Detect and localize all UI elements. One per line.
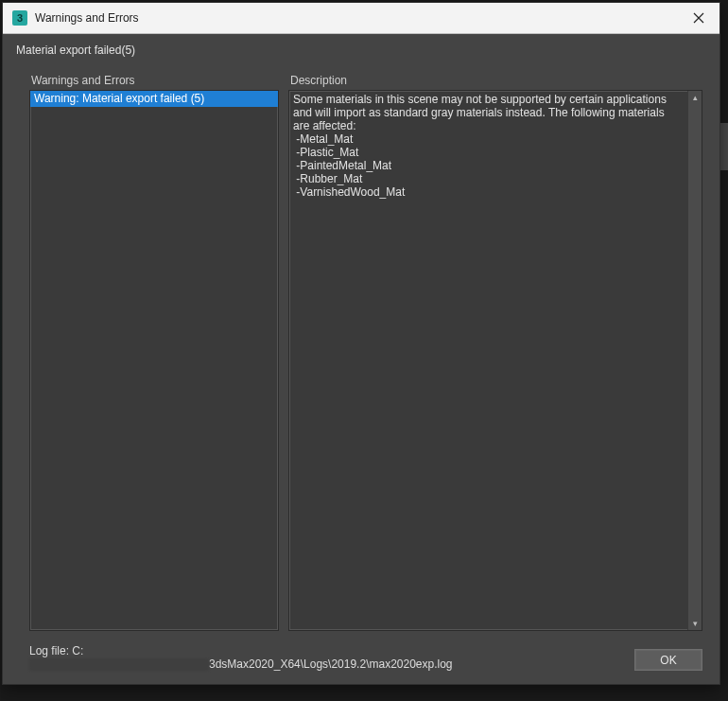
log-file-label: Log file: C: <box>29 644 625 657</box>
panels-row: Warnings and Errors Warning: Material ex… <box>3 61 719 635</box>
dialog-footer: Log file: C: 3dsMax2020_X64\Logs\2019.2\… <box>3 635 719 684</box>
close-icon <box>693 12 704 24</box>
warnings-panel: Warnings and Errors Warning: Material ex… <box>29 74 279 631</box>
description-scrollbar[interactable]: ▴ ▾ <box>687 91 702 630</box>
warnings-dialog: 3 Warnings and Errors Material export fa… <box>2 2 720 685</box>
description-panel-label: Description <box>288 74 702 90</box>
scroll-up-arrow-icon[interactable]: ▴ <box>688 91 702 104</box>
description-panel: Description Some materials in this scene… <box>288 74 702 631</box>
warnings-panel-label: Warnings and Errors <box>29 74 279 90</box>
window-title: Warnings and Errors <box>35 11 678 25</box>
description-text[interactable]: Some materials in this scene may not be … <box>289 91 687 630</box>
titlebar[interactable]: 3 Warnings and Errors <box>3 3 719 34</box>
log-file-path-tail: 3dsMax2020_X64\Logs\2019.2\max2020exp.lo… <box>209 657 453 671</box>
warnings-list-item[interactable]: Warning: Material export failed (5) <box>30 91 278 107</box>
summary-line: Material export failed(5) <box>3 34 719 61</box>
close-button[interactable] <box>678 3 719 33</box>
log-file-path-redacted <box>29 658 209 671</box>
app-icon: 3 <box>12 10 27 26</box>
description-box: Some materials in this scene may not be … <box>288 90 702 631</box>
warnings-listbox[interactable]: Warning: Material export failed (5) <box>29 90 279 631</box>
log-file-path-line: 3dsMax2020_X64\Logs\2019.2\max2020exp.lo… <box>29 657 625 671</box>
ok-button[interactable]: OK <box>634 649 702 671</box>
scroll-down-arrow-icon[interactable]: ▾ <box>688 617 702 630</box>
log-file-block: Log file: C: 3dsMax2020_X64\Logs\2019.2\… <box>29 644 625 671</box>
